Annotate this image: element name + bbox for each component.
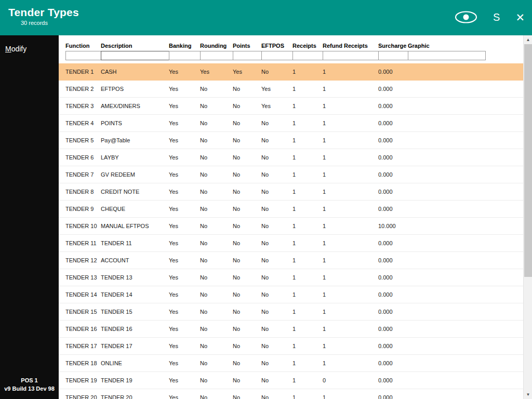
cell-surcharge: 0.000 (378, 86, 408, 92)
page-title: Tender Types (8, 6, 79, 19)
cell-eftpos: No (261, 120, 292, 126)
table-row[interactable]: TENDER 14TENDER 14YesNoNoNo110.000 (59, 286, 523, 303)
scrollbar-thumb[interactable] (524, 44, 532, 277)
cell-refund-receipts: 0 (323, 377, 378, 383)
cell-banking: Yes (169, 360, 200, 366)
table-row[interactable]: TENDER 9CHEQUEYesNoNoNo110.000 (59, 201, 523, 218)
filter-input-description[interactable] (101, 51, 179, 60)
sidebar-footer: POS 1 v9 Build 13 Dev 98 (0, 377, 59, 393)
filter-cell-eftpos (261, 50, 292, 60)
eye-icon[interactable] (455, 10, 477, 24)
cell-refund-receipts: 1 (323, 394, 378, 399)
column-header-graphic: Graphic (408, 43, 523, 49)
cell-surcharge: 0.000 (378, 154, 408, 161)
filter-cell-surcharge (378, 50, 408, 60)
column-header-refund-receipts: Refund Receipts (323, 43, 378, 49)
menu-item-modify[interactable]: Modify (0, 35, 59, 53)
titlebar-actions: S ✕ (455, 0, 532, 24)
cell-function: TENDER 7 (65, 171, 101, 178)
cell-description: TENDER 15 (101, 309, 169, 315)
table-row[interactable]: TENDER 15TENDER 15YesNoNoNo110.000 (59, 303, 523, 321)
cell-surcharge: 0.000 (378, 360, 408, 366)
cell-surcharge: 0.000 (378, 69, 408, 75)
cell-points: No (233, 274, 261, 281)
cell-eftpos: No (261, 154, 292, 161)
sidebar: Modify POS 1 v9 Build 13 Dev 98 (0, 35, 59, 399)
cell-surcharge: 10.000 (378, 223, 408, 229)
cell-points: No (233, 257, 261, 263)
cell-refund-receipts: 1 (323, 326, 378, 332)
table-row[interactable]: TENDER 18ONLINEYesNoNoNo110.000 (59, 355, 523, 372)
table-row[interactable]: TENDER 7GV REDEEMYesNoNoNo110.000 (59, 166, 523, 183)
cell-points: No (233, 343, 261, 349)
cell-points: No (233, 360, 261, 366)
cell-surcharge: 0.000 (378, 189, 408, 195)
table-row[interactable]: TENDER 4POINTSYesNoNoNo110.000 (59, 115, 523, 132)
cell-receipts: 1 (292, 154, 323, 161)
app-window: Tender Types 30 records S ✕ Modify POS 1… (0, 0, 532, 399)
filter-cell-description (101, 50, 169, 60)
cell-description: AMEX/DINERS (101, 103, 169, 109)
cell-refund-receipts: 1 (323, 223, 378, 229)
cell-receipts: 1 (292, 189, 323, 195)
cell-surcharge: 0.000 (378, 394, 408, 399)
cell-eftpos: No (261, 257, 292, 263)
cell-receipts: 1 (292, 274, 323, 281)
filter-input-graphic[interactable] (408, 51, 486, 60)
table-row[interactable]: TENDER 10MANUAL EFTPOSYesNoNoNo1110.000 (59, 218, 523, 235)
cell-refund-receipts: 1 (323, 171, 378, 178)
s-button[interactable]: S (493, 11, 500, 23)
table-row[interactable]: TENDER 20TENDER 20YesNoNoNo110.000 (59, 389, 523, 399)
table-row[interactable]: TENDER 16TENDER 16YesNoNoNo110.000 (59, 321, 523, 338)
scroll-up-icon[interactable]: ▲ (524, 35, 532, 44)
cell-banking: Yes (169, 343, 200, 349)
cell-points: No (233, 189, 261, 195)
cell-receipts: 1 (292, 240, 323, 246)
table-row[interactable]: TENDER 2EFTPOSYesNoNoYes110.000 (59, 81, 523, 98)
cell-receipts: 1 (292, 206, 323, 212)
cell-description: TENDER 17 (101, 343, 169, 349)
cell-eftpos: No (261, 394, 292, 399)
cell-rounding: No (200, 223, 233, 229)
cell-rounding: No (200, 360, 233, 366)
cell-eftpos: No (261, 206, 292, 212)
cell-refund-receipts: 1 (323, 206, 378, 212)
vertical-scrollbar[interactable]: ▲ ▼ (523, 35, 532, 399)
cell-receipts: 1 (292, 394, 323, 399)
table-row[interactable]: TENDER 6LAYBYYesNoNoNo110.000 (59, 149, 523, 166)
table-filter-row (59, 50, 523, 60)
cell-description: GV REDEEM (101, 171, 169, 178)
cell-function: TENDER 9 (65, 206, 101, 212)
cell-refund-receipts: 1 (323, 120, 378, 126)
column-header-rounding: Rounding (200, 43, 233, 49)
table-row[interactable]: TENDER 5Pay@TableYesNoNoNo110.000 (59, 132, 523, 149)
cell-rounding: No (200, 274, 233, 281)
filter-cell-graphic (408, 50, 523, 60)
cell-rounding: No (200, 120, 233, 126)
scroll-down-icon[interactable]: ▼ (524, 390, 532, 399)
cell-rounding: No (200, 343, 233, 349)
cell-description: CHEQUE (101, 206, 169, 212)
table-row[interactable]: TENDER 12ACCOUNTYesNoNoNo110.000 (59, 252, 523, 269)
cell-eftpos: No (261, 137, 292, 143)
close-icon[interactable]: ✕ (515, 12, 525, 23)
table-row[interactable]: TENDER 3AMEX/DINERSYesNoNoYes110.000 (59, 98, 523, 115)
table-row[interactable]: TENDER 13TENDER 13YesNoNoNo110.000 (59, 269, 523, 286)
pos-label: POS 1 (0, 377, 59, 384)
table-area: FunctionDescriptionBankingRoundingPoints… (59, 35, 523, 399)
cell-rounding: No (200, 257, 233, 263)
table-row[interactable]: TENDER 17TENDER 17YesNoNoNo110.000 (59, 338, 523, 355)
cell-rounding: No (200, 240, 233, 246)
cell-surcharge: 0.000 (378, 137, 408, 143)
table-row[interactable]: TENDER 11TENDER 11YesNoNoNo110.000 (59, 235, 523, 252)
cell-rounding: No (200, 189, 233, 195)
cell-points: No (233, 171, 261, 178)
cell-banking: Yes (169, 291, 200, 298)
cell-surcharge: 0.000 (378, 309, 408, 315)
table-row[interactable]: TENDER 8CREDIT NOTEYesNoNoNo110.000 (59, 183, 523, 201)
table-row[interactable]: TENDER 19TENDER 19YesNoNoNo100.000 (59, 372, 523, 389)
cell-function: TENDER 19 (65, 377, 101, 383)
cell-rounding: No (200, 291, 233, 298)
table-row[interactable]: TENDER 1CASHYesYesYesNo110.000 (59, 63, 523, 81)
filter-cell-points (233, 50, 261, 60)
